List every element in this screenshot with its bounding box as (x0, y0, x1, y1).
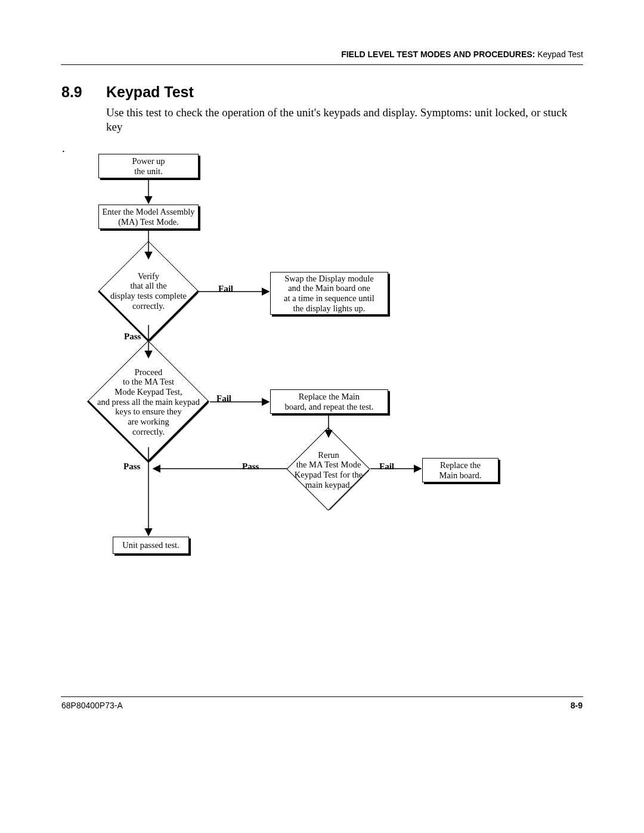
node-power: Power up the unit. (98, 154, 199, 178)
footer-page: 8-9 (571, 701, 583, 710)
node-d3-text: Rerun the MA Test Mode Keypad Test for t… (281, 448, 376, 491)
label-fail-1: Fail (218, 284, 233, 294)
node-d1-text: Verify that all the display tests comple… (95, 268, 202, 314)
node-power-text: Power up the unit. (132, 156, 165, 176)
header-rule (61, 64, 583, 65)
node-replace2-text: Replace the Main board. (439, 460, 482, 480)
node-swap: Swap the Display module and the Main boa… (270, 272, 388, 315)
node-d2-text: Proceed to the MA Test Mode Keypad Test,… (87, 365, 210, 439)
page: FIELD LEVEL TEST MODES AND PROCEDURES: K… (0, 0, 644, 833)
label-fail-3: Fail (379, 462, 394, 472)
header-chapter: FIELD LEVEL TEST MODES AND PROCEDURES: (341, 49, 535, 59)
section-paragraph: Use this test to check the operation of … (106, 106, 578, 134)
node-replace2: Replace the Main board. (422, 458, 499, 482)
footer-docid: 68P80400P73-A (61, 701, 123, 710)
label-pass-3: Pass (242, 462, 259, 472)
footer-rule (61, 696, 583, 697)
label-fail-2: Fail (216, 394, 231, 404)
node-replace: Replace the Main board, and repeat the t… (270, 389, 388, 414)
node-passed-text: Unit passed test. (122, 540, 179, 550)
section-number: 8.9 (61, 83, 82, 101)
node-enter-text: Enter the Model Assembly (MA) Test Mode. (102, 207, 194, 227)
node-swap-text: Swap the Display module and the Main boa… (284, 274, 374, 314)
label-pass-2: Pass (123, 462, 140, 472)
stray-period: . (62, 142, 65, 155)
running-header: FIELD LEVEL TEST MODES AND PROCEDURES: K… (341, 49, 583, 59)
node-replace-text: Replace the Main board, and repeat the t… (285, 392, 374, 411)
node-passed: Unit passed test. (113, 537, 189, 554)
section-title: Keypad Test (106, 83, 194, 101)
header-section: Keypad Test (535, 49, 583, 59)
node-enter: Enter the Model Assembly (MA) Test Mode. (98, 205, 199, 229)
label-pass-1: Pass (124, 332, 141, 342)
